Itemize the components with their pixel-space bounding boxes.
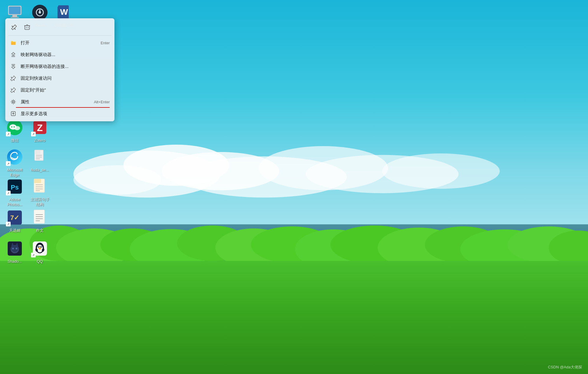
svg-point-75: [38, 248, 41, 249]
shadow-icon: [5, 239, 24, 258]
properties-icon: [10, 99, 17, 105]
svg-point-67: [16, 248, 17, 249]
desktop-icon-shadow[interactable]: Shado...: [1, 239, 28, 264]
qq-icon-label: QQ: [37, 259, 43, 264]
context-menu-pin-quick[interactable]: 固定到快速访问: [5, 72, 114, 84]
pin-start-icon: [10, 87, 17, 93]
open-folder-icon: [10, 40, 17, 46]
svg-point-66: [12, 248, 14, 249]
context-menu-pin-start-label: 固定到"开始": [21, 87, 110, 93]
zotero-icon-label: Zotero: [34, 138, 45, 143]
context-menu-open-shortcut: Enter: [101, 41, 110, 45]
svg-point-29: [39, 11, 41, 14]
zotero-shortcut: ↗: [31, 132, 36, 136]
context-menu-divider-top: [8, 35, 112, 36]
zhujubinfu-icon: [30, 177, 49, 196]
context-menu-more-options-label: 显示更多选项: [21, 111, 110, 117]
edge-icon-label: MicrosoftEdge: [7, 168, 23, 178]
context-menu-map-drive[interactable]: 映射网络驱动器...: [5, 49, 114, 61]
tianyun-icon-label: 天选姬: [9, 228, 21, 233]
context-menu-more-options[interactable]: 显示更多选项: [5, 108, 114, 120]
desktop-icon-qq[interactable]: ↗ QQ: [27, 239, 53, 264]
desktop-icon-photoshop[interactable]: Ps ↗ AdobePhotos...: [1, 177, 28, 207]
photoshop-icon: Ps ↗: [5, 177, 24, 196]
wechat-icon-label: 微信: [11, 138, 19, 143]
disconnect-drive-icon: [10, 63, 17, 70]
svg-text:Ps: Ps: [11, 184, 19, 191]
ground-background: [0, 243, 588, 374]
context-menu-properties-label: 属性: [21, 99, 90, 105]
svg-point-7: [73, 165, 162, 195]
svg-rect-26: [11, 17, 19, 18]
context-menu-open-label: 打开: [21, 40, 96, 46]
watermark: CSDN @Ada大佬探: [548, 365, 582, 370]
zuowen-icon: [30, 208, 49, 227]
context-menu-properties-shortcut: Alt+Enter: [94, 100, 110, 104]
more-options-icon: [10, 110, 17, 117]
svg-text:7✓: 7✓: [10, 214, 19, 221]
desktop: 电脑 Steam W 访问国内宝: [0, 0, 588, 374]
huda-file-icon: [30, 148, 49, 166]
svg-point-74: [41, 246, 42, 247]
edge-shortcut: ↗: [6, 161, 11, 166]
context-menu-pin-quick-label: 固定到快速访问: [21, 76, 110, 81]
svg-point-37: [14, 126, 15, 128]
context-menu-delete-button[interactable]: [22, 22, 32, 32]
context-menu-disconnect-drive[interactable]: 断开网络驱动器的连接...: [5, 61, 114, 72]
huda-icon-label: huda_se...: [31, 168, 49, 173]
desktop-icon-zhujubinfu[interactable]: 主谓宾句子结构: [27, 177, 53, 207]
svg-rect-42: [35, 150, 40, 154]
context-menu-properties[interactable]: 属性 Alt+Enter: [5, 96, 114, 108]
shadow-icon-label: Shado...: [8, 259, 22, 264]
svg-rect-24: [9, 6, 21, 14]
svg-rect-78: [25, 26, 30, 30]
desktop-icon-wechat[interactable]: ↗ 微信: [1, 118, 28, 143]
context-menu-header: [5, 20, 114, 34]
svg-text:W: W: [60, 7, 68, 17]
zhujubinfu-icon-label: 主谓宾句子结构: [30, 197, 50, 207]
context-menu-pin-button[interactable]: [9, 22, 19, 32]
map-drive-icon: [10, 51, 17, 58]
tianyun-shortcut: ↗: [6, 222, 11, 226]
edge-icon: ↗: [5, 148, 24, 166]
wechat-shortcut: ↗: [6, 132, 11, 136]
context-menu-map-drive-label: 映射网络驱动器...: [21, 52, 110, 58]
qq-icon: ↗: [30, 239, 49, 258]
clouds: [59, 131, 529, 205]
svg-point-83: [12, 101, 14, 103]
qq-shortcut: ↗: [31, 253, 36, 257]
ps-shortcut: ↗: [6, 191, 11, 195]
tianyun-icon: 7✓ ↗: [5, 208, 24, 227]
svg-point-36: [11, 126, 12, 128]
desktop-icon-tianyun[interactable]: 7✓ ↗ 天选姬: [1, 208, 28, 233]
context-menu-pin-start[interactable]: 固定到"开始": [5, 84, 114, 96]
svg-rect-25: [12, 15, 17, 17]
context-menu-disconnect-label: 断开网络驱动器的连接...: [21, 64, 110, 69]
photoshop-icon-label: AdobePhotos...: [7, 197, 22, 207]
svg-rect-49: [34, 179, 41, 183]
svg-point-6: [382, 153, 500, 189]
svg-point-35: [14, 126, 20, 130]
svg-point-73: [38, 246, 39, 247]
desktop-icon-zuowen[interactable]: 作文: [27, 208, 53, 233]
context-menu: 打开 Enter 映射网络驱动器...: [5, 18, 114, 121]
desktop-icon-zotero[interactable]: Z ↗ Zotero: [27, 118, 53, 143]
zuowen-icon-label: 作文: [36, 228, 44, 233]
pin-quick-icon: [10, 75, 17, 81]
desktop-icon-edge[interactable]: ↗ MicrosoftEdge: [1, 148, 28, 178]
context-menu-open[interactable]: 打开 Enter: [5, 37, 114, 49]
desktop-icon-huda[interactable]: huda_se...: [27, 148, 53, 173]
svg-text:Z: Z: [37, 123, 43, 133]
